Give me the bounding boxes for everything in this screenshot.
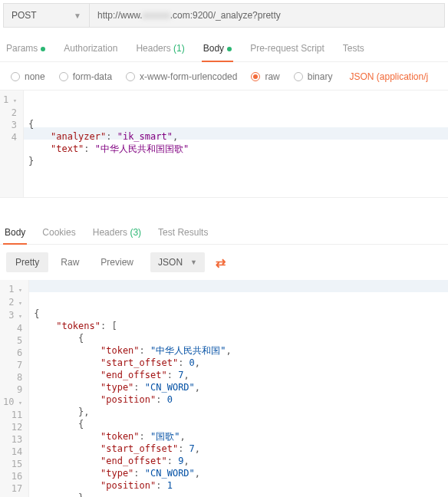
radio-form-data[interactable]: form-data: [59, 71, 112, 82]
response-tabs: Body Cookies Headers (3) Test Results: [0, 213, 448, 245]
view-pretty-button[interactable]: Pretty: [6, 252, 48, 272]
request-tabs: Params Authorization Headers (1) Body Pr…: [0, 31, 448, 62]
line-gutter: 1234: [0, 91, 24, 197]
resp-tab-tests[interactable]: Test Results: [156, 225, 209, 244]
body-type-options: none form-data x-www-form-urlencoded raw…: [0, 62, 448, 91]
resp-tab-body[interactable]: Body: [3, 225, 27, 244]
request-body-editor[interactable]: 1234 { "analyzer": "ik_smart", "text": "…: [0, 91, 448, 198]
status-dot-icon: [41, 47, 45, 51]
resp-tab-cookies[interactable]: Cookies: [41, 225, 77, 244]
chevron-down-icon: ▼: [74, 12, 81, 20]
resp-tab-headers[interactable]: Headers (3): [91, 225, 143, 244]
tab-authorization[interactable]: Authorization: [62, 40, 119, 61]
chevron-down-icon: ▼: [190, 258, 197, 266]
radio-raw[interactable]: raw: [251, 71, 279, 82]
tab-prerequest[interactable]: Pre-request Script: [249, 40, 326, 61]
http-method-value: POST: [12, 10, 37, 21]
radio-xwww[interactable]: x-www-form-urlencoded: [126, 71, 237, 82]
radio-binary[interactable]: binary: [294, 71, 333, 82]
url-input[interactable]: http://www.xxxxxx.com:9200/_analyze?pret…: [90, 4, 444, 27]
tab-params[interactable]: Params: [5, 40, 47, 61]
status-dot-icon: [227, 47, 232, 51]
tab-headers[interactable]: Headers (1): [134, 40, 186, 61]
response-format-select[interactable]: JSON▼: [150, 252, 205, 272]
view-preview-button[interactable]: Preview: [91, 252, 143, 272]
line-gutter: 123456789101112131415161718: [0, 280, 29, 497]
http-method-select[interactable]: POST ▼: [4, 4, 90, 27]
request-line: POST ▼ http://www.xxxxxx.com:9200/_analy…: [3, 3, 445, 28]
tab-body[interactable]: Body: [202, 40, 233, 61]
response-body-viewer[interactable]: 123456789101112131415161718 { "tokens": …: [0, 280, 448, 497]
content-type-select[interactable]: JSON (application/j: [349, 71, 428, 82]
radio-none[interactable]: none: [11, 71, 45, 82]
view-raw-button[interactable]: Raw: [51, 252, 88, 272]
tab-tests[interactable]: Tests: [341, 40, 366, 61]
response-toolbar: Pretty Raw Preview JSON▼ ⇄: [0, 245, 448, 280]
wrap-lines-icon[interactable]: ⇄: [216, 255, 224, 270]
